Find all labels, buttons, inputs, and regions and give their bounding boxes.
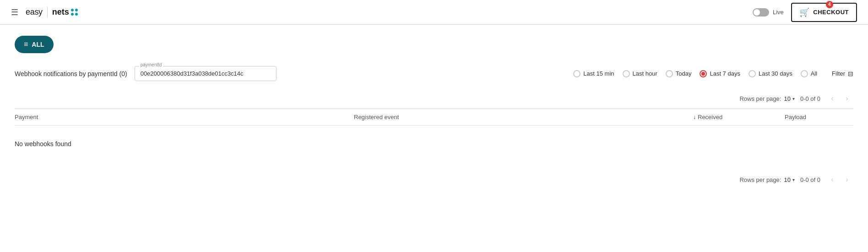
col-received[interactable]: ↓ Received — [693, 114, 785, 121]
logo-easy: easy — [26, 7, 43, 17]
radio-circle-last-hour — [623, 70, 630, 77]
main-content: ≡ ALL Webhook notifications by paymentId… — [0, 25, 868, 201]
filter-label-text: Filter — [832, 70, 845, 77]
chevron-down-icon-top: ▾ — [792, 96, 795, 101]
page-range-top: 0-0 of 0 — [800, 95, 820, 102]
rows-select-bottom[interactable]: 10 ▾ — [784, 176, 794, 183]
bottom-pagination: Rows per page: 10 ▾ 0-0 of 0 ‹ › — [15, 173, 853, 186]
chevron-down-icon-bottom: ▾ — [792, 177, 795, 182]
logo-nets: nets — [52, 7, 78, 17]
radio-last-hour[interactable]: Last hour — [623, 70, 657, 77]
logo: easy nets — [26, 7, 78, 18]
cart-icon: 🛒 — [799, 7, 810, 17]
radio-today[interactable]: Today — [666, 70, 692, 77]
radio-circle-all — [801, 70, 808, 77]
filter-icon: ⊟ — [848, 70, 853, 77]
prev-page-btn-top[interactable]: ‹ — [826, 92, 839, 105]
header: ☰ easy nets Live 4 🛒 CHECKOUT — [0, 0, 868, 25]
filter-row: Webhook notifications by paymentId (0) p… — [15, 66, 853, 81]
rows-per-page-label-top: Rows per page: — [739, 95, 781, 102]
radio-label-last-7-days: Last 7 days — [710, 70, 740, 77]
section-label: Webhook notifications by paymentId (0) — [15, 70, 127, 77]
radio-label-all: All — [811, 70, 817, 77]
header-right: Live 4 🛒 CHECKOUT — [753, 3, 857, 22]
radio-last-15-min[interactable]: Last 15 min — [573, 70, 614, 77]
live-label: Live — [773, 9, 784, 16]
live-toggle[interactable]: Live — [753, 8, 784, 16]
rows-per-page-label-bottom: Rows per page: — [739, 176, 781, 183]
all-button-label: ALL — [32, 41, 44, 48]
col-received-label: Received — [698, 114, 722, 121]
live-toggle-switch[interactable] — [753, 8, 769, 16]
col-payment-label: Payment — [15, 114, 38, 121]
radio-all[interactable]: All — [801, 70, 817, 77]
logo-nets-text: nets — [52, 7, 69, 17]
sort-received-icon: ↓ — [693, 114, 696, 121]
page-range-bottom: 0-0 of 0 — [800, 176, 820, 183]
nets-dot-3 — [71, 13, 74, 16]
page-nav-top: ‹ › — [826, 92, 853, 105]
all-button-icon: ≡ — [24, 40, 28, 49]
checkout-label: CHECKOUT — [813, 9, 849, 16]
top-pagination: Rows per page: 10 ▾ 0-0 of 0 ‹ › — [15, 92, 853, 105]
payment-id-input[interactable] — [135, 66, 277, 81]
rows-value-top: 10 — [784, 95, 790, 102]
col-payment: Payment — [15, 114, 354, 121]
rows-select-top[interactable]: 10 ▾ — [784, 95, 794, 102]
radio-last-30-days[interactable]: Last 30 days — [749, 70, 792, 77]
col-registered-event-label: Registered event — [354, 114, 399, 121]
prev-page-btn-bottom[interactable]: ‹ — [826, 173, 839, 186]
filter-button[interactable]: Filter ⊟ — [832, 70, 853, 77]
rows-value-bottom: 10 — [784, 176, 790, 183]
radio-circle-last-7-days — [700, 70, 707, 77]
nets-dot-2 — [75, 9, 78, 11]
table-header: Payment Registered event ↓ Received Payl… — [15, 109, 853, 126]
header-left: ☰ easy nets — [11, 7, 78, 18]
col-registered-event: Registered event — [354, 114, 693, 121]
next-page-btn-bottom[interactable]: › — [841, 173, 853, 186]
radio-label-last-15-min: Last 15 min — [583, 70, 614, 77]
webhooks-table: Payment Registered event ↓ Received Payl… — [15, 109, 853, 162]
next-page-btn-top[interactable]: › — [841, 92, 853, 105]
radio-label-today: Today — [676, 70, 692, 77]
cart-badge: 4 — [826, 1, 833, 8]
payment-id-field-label: paymentId — [139, 62, 163, 67]
checkout-button[interactable]: 4 🛒 CHECKOUT — [791, 3, 857, 22]
radio-circle-last-15-min — [573, 70, 580, 77]
payment-id-wrapper: paymentId — [135, 66, 277, 81]
nets-dots-icon — [71, 9, 78, 16]
col-payload: Payload — [785, 114, 853, 121]
radio-circle-last-30-days — [749, 70, 756, 77]
rows-per-page-bottom: Rows per page: 10 ▾ — [739, 176, 795, 183]
time-filter-group: Last 15 min Last hour Today Last 7 days … — [284, 70, 817, 77]
col-payload-label: Payload — [785, 114, 806, 121]
logo-separator — [47, 7, 48, 18]
nets-dot-4 — [75, 13, 78, 16]
radio-circle-today — [666, 70, 673, 77]
radio-label-last-hour: Last hour — [633, 70, 657, 77]
page-nav-bottom: ‹ › — [826, 173, 853, 186]
all-button[interactable]: ≡ ALL — [15, 36, 54, 53]
radio-last-7-days[interactable]: Last 7 days — [700, 70, 740, 77]
no-data-message: No webhooks found — [15, 126, 853, 162]
radio-label-last-30-days: Last 30 days — [759, 70, 792, 77]
menu-icon[interactable]: ☰ — [11, 7, 18, 17]
rows-per-page-top: Rows per page: 10 ▾ — [739, 95, 795, 102]
nets-dot-1 — [71, 9, 74, 11]
